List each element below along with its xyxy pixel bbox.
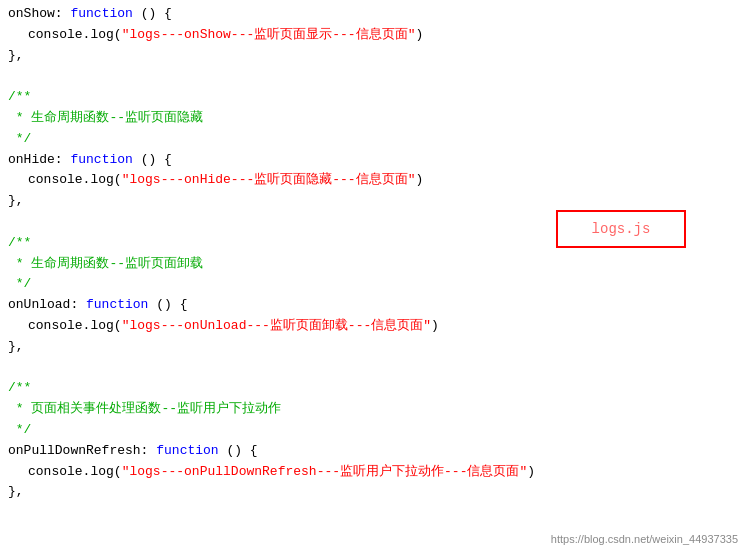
code-line-9: console.log("logs---onHide---监听页面隐藏---信息… bbox=[0, 170, 746, 191]
code-line-7: */ bbox=[0, 129, 746, 150]
code-line-4 bbox=[0, 66, 746, 87]
code-editor: onShow: function () { console.log("logs-… bbox=[0, 0, 746, 551]
code-line-22: onPullDownRefresh: function () { bbox=[0, 441, 746, 462]
code-line-24: }, bbox=[0, 482, 746, 503]
code-line-16: console.log("logs---onUnload---监听页面卸载---… bbox=[0, 316, 746, 337]
code-line-23: console.log("logs---onPullDownRefresh---… bbox=[0, 462, 746, 483]
code-line-14: */ bbox=[0, 274, 746, 295]
code-line-17: }, bbox=[0, 337, 746, 358]
code-line-1: onShow: function () { bbox=[0, 4, 746, 25]
code-line-10: }, bbox=[0, 191, 746, 212]
code-line-15: onUnload: function () { bbox=[0, 295, 746, 316]
code-line-20: * 页面相关事件处理函数--监听用户下拉动作 bbox=[0, 399, 746, 420]
code-line-21: */ bbox=[0, 420, 746, 441]
code-line-3: }, bbox=[0, 46, 746, 67]
code-line-5: /** bbox=[0, 87, 746, 108]
tooltip-box: logs.js bbox=[556, 210, 686, 248]
code-line-2: console.log("logs---onShow---监听页面显示---信息… bbox=[0, 25, 746, 46]
code-line-19: /** bbox=[0, 378, 746, 399]
tooltip-text: logs.js bbox=[592, 221, 651, 237]
footer-url: https://blog.csdn.net/weixin_44937335 bbox=[551, 531, 738, 549]
code-line-18 bbox=[0, 358, 746, 379]
code-line-13: * 生命周期函数--监听页面卸载 bbox=[0, 254, 746, 275]
code-line-8: onHide: function () { bbox=[0, 150, 746, 171]
code-line-6: * 生命周期函数--监听页面隐藏 bbox=[0, 108, 746, 129]
